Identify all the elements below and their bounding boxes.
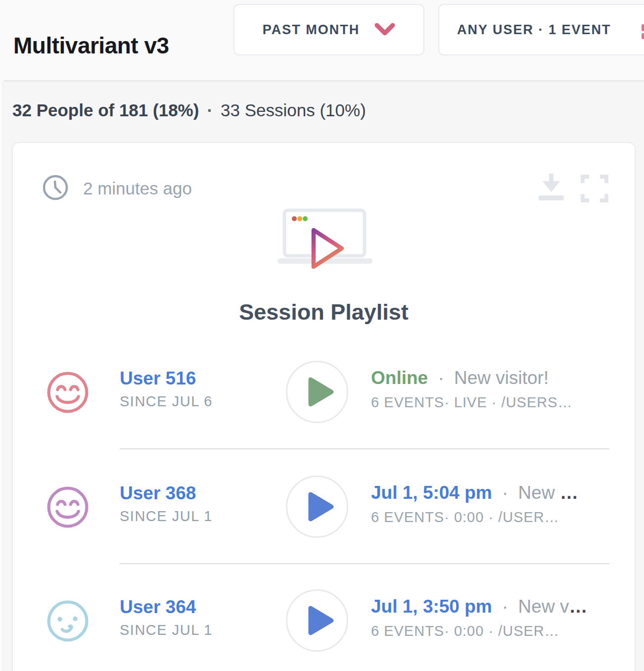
session-meta: 6 EVENTS· 0:00 · /USER… (371, 623, 587, 639)
traffic-dot-green (303, 216, 308, 221)
playlist-heading: Session Playlist (13, 299, 635, 325)
play-icon (287, 477, 347, 536)
user-since-label: SINCE JUL 1 (120, 508, 213, 524)
sessions-stat: 33 Sessions (10%) (221, 100, 366, 120)
status-separator: · (438, 368, 444, 388)
row-divider (120, 448, 609, 449)
session-time-link[interactable]: Jul 1, 5:04 pm (371, 482, 492, 503)
filter-pink-icon-fragment (642, 33, 644, 39)
session-status: Jul 1, 5:04 pm · New … 6 EVENTS· 0:00 · … (371, 481, 578, 526)
session-playlist-card: 2 minutes ago Session Playlist (12, 142, 636, 671)
report-header: Multivariant v3 PAST MONTH ANY USER · 1 … (0, 0, 644, 81)
filter-pink-icon-fragment (642, 24, 644, 31)
date-range-button[interactable]: PAST MONTH (233, 4, 424, 55)
status-separator: · (502, 596, 508, 617)
session-row: User 364 SINCE JUL 1 Jul 1, 3:50 pm · Ne… (13, 588, 636, 653)
people-stat: 32 People of 181 (18%) (12, 100, 199, 120)
stats-summary: 32 People of 181 (18%) · 33 Sessions (10… (12, 100, 366, 120)
session-row: User 516 SINCE JUL 6 Online · New visito… (13, 360, 636, 424)
session-status-primary: Online (371, 368, 428, 388)
download-icon[interactable] (537, 173, 565, 203)
smiley-happy-icon (46, 485, 90, 529)
header-divider (4, 80, 644, 82)
smiley-happy-icon (46, 370, 90, 415)
session-status-secondary: New (518, 482, 560, 503)
user-link[interactable]: User 516 (120, 368, 213, 389)
status-ellipsis: … (569, 596, 587, 617)
session-status: Online · New visitor! 6 EVENTS· LIVE · /… (371, 367, 573, 411)
stats-separator: · (207, 100, 213, 120)
expand-fullscreen-icon[interactable] (581, 175, 608, 202)
play-session-button[interactable] (286, 476, 348, 538)
play-icon (287, 591, 347, 650)
status-ellipsis: … (560, 482, 578, 503)
user-link[interactable]: User 368 (120, 482, 213, 504)
chevron-down-icon (374, 23, 395, 37)
filter-label: ANY USER · 1 EVENT (457, 22, 611, 38)
date-range-label: PAST MONTH (263, 22, 360, 38)
user-since-label: SINCE JUL 1 (120, 622, 213, 638)
last-updated-label: 2 minutes ago (83, 179, 192, 198)
user-info: User 364 SINCE JUL 1 (120, 596, 213, 638)
page-title: Multivariant v3 (13, 32, 169, 59)
filter-button[interactable]: ANY USER · 1 EVENT (438, 4, 644, 55)
session-status-secondary: New v (518, 596, 569, 617)
traffic-dot-orange (297, 216, 302, 221)
session-row: User 368 SINCE JUL 1 Jul 1, 5:04 pm · Ne… (13, 475, 636, 539)
play-session-button[interactable] (286, 361, 348, 423)
clock-icon (42, 174, 69, 201)
status-separator: · (502, 482, 508, 503)
session-status: Jul 1, 3:50 pm · New v… 6 EVENTS· 0:00 ·… (371, 595, 587, 639)
video-player-illustration (275, 208, 375, 271)
session-status-secondary: New visitor! (454, 368, 549, 388)
user-link[interactable]: User 364 (120, 596, 213, 618)
session-meta: 6 EVENTS· 0:00 · /USER… (371, 509, 578, 526)
smiley-smirk-icon (46, 599, 90, 643)
traffic-dot-red (292, 216, 297, 221)
user-info: User 368 SINCE JUL 1 (120, 482, 213, 524)
left-edge-strip (0, 0, 3, 671)
session-meta: 6 EVENTS· LIVE · /USERS… (371, 394, 573, 411)
user-since-label: SINCE JUL 6 (120, 393, 213, 409)
play-icon (287, 362, 347, 422)
play-session-button[interactable] (286, 589, 348, 652)
session-time-link[interactable]: Jul 1, 3:50 pm (371, 596, 492, 617)
row-divider (120, 563, 609, 564)
user-info: User 516 SINCE JUL 6 (120, 368, 213, 409)
